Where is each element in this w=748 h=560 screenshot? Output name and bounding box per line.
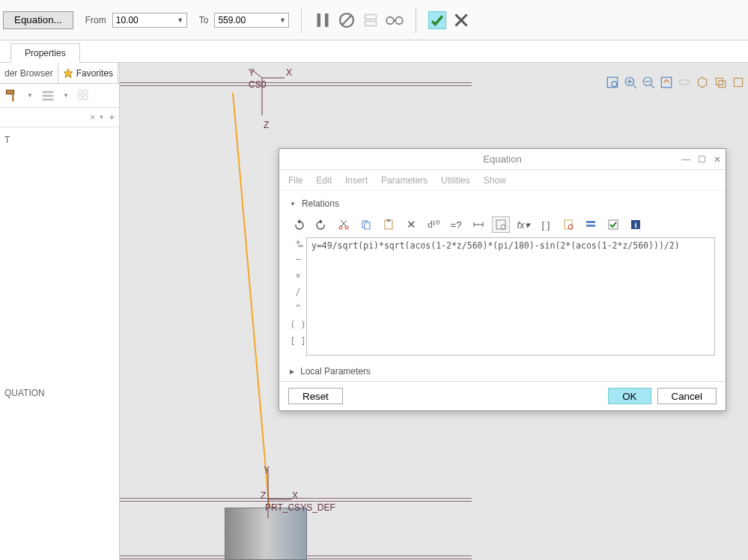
svg-rect-36 — [719, 81, 726, 88]
tab-folder-browser[interactable]: der Browser — [0, 63, 58, 83]
local-params-header[interactable]: ▶ Local Parameters — [290, 366, 715, 377]
op-pow[interactable]: ^ — [295, 303, 300, 314]
dimension-icon[interactable] — [469, 216, 487, 233]
dropdown-caret-icon[interactable]: ▼ — [63, 92, 69, 99]
menu-utilities[interactable]: Utilities — [441, 175, 470, 186]
menu-file[interactable]: File — [288, 175, 302, 186]
ribbon-tabs: Properties — [0, 40, 748, 63]
relations-header[interactable]: ▼ Relations — [290, 198, 715, 209]
ok-button[interactable]: OK — [608, 388, 651, 404]
list-icon[interactable] — [40, 88, 55, 103]
maximize-icon[interactable]: ☐ — [698, 154, 706, 165]
op-paren[interactable]: ( ) — [290, 320, 306, 330]
shade-box-icon[interactable] — [696, 76, 709, 89]
left-panel-tree: T QUATION — [0, 127, 119, 406]
svg-marker-42 — [320, 219, 323, 224]
op-div[interactable]: / — [295, 287, 300, 297]
svg-point-6 — [387, 17, 395, 25]
tab-properties[interactable]: Properties — [10, 43, 80, 63]
to-combo[interactable]: ▼ — [214, 13, 289, 28]
chevron-down-icon[interactable]: ▼ — [174, 16, 186, 24]
undo-icon[interactable] — [290, 216, 308, 233]
syntax-check-icon[interactable] — [492, 216, 510, 233]
op-mul[interactable]: × — [295, 270, 300, 281]
csys-bottom: Y Z X PRT_CSYS_DEF — [262, 477, 307, 524]
refit-icon[interactable] — [660, 76, 673, 89]
svg-rect-18 — [84, 90, 88, 94]
equation-button[interactable]: Equation... — [3, 11, 73, 29]
verify-icon[interactable] — [604, 216, 622, 233]
view-toolbar — [606, 75, 745, 90]
search-dropdown-icon[interactable]: ▼ — [98, 114, 104, 121]
pause-icon[interactable] — [314, 11, 332, 29]
viewport-3d[interactable]: Y X CS0 Z Y Z X PRT_CSYS_DEF Equation — [120, 63, 748, 560]
close-icon[interactable]: ✕ — [714, 154, 721, 165]
measure-icon[interactable] — [362, 11, 380, 29]
delete-icon[interactable]: ✕ — [402, 216, 420, 233]
svg-point-7 — [396, 17, 404, 25]
menu-edit[interactable]: Edit — [316, 175, 332, 186]
csys-top: Y X CS0 Z — [262, 78, 292, 140]
dialog-titlebar[interactable]: Equation — ☐ ✕ — [279, 149, 726, 170]
svg-rect-13 — [12, 94, 14, 101]
zoom-in-icon[interactable] — [624, 76, 637, 89]
menu-insert[interactable]: Insert — [345, 175, 368, 186]
left-panel-search: × ▼ + — [0, 108, 119, 127]
cut-icon[interactable] — [335, 216, 353, 233]
info-icon[interactable]: i — [627, 216, 645, 233]
svg-point-44 — [345, 226, 348, 229]
svg-rect-19 — [78, 96, 82, 100]
svg-rect-58 — [586, 221, 595, 223]
function-icon[interactable]: fx▾ — [514, 216, 532, 233]
svg-line-27 — [633, 85, 636, 88]
cancel-button[interactable]: Cancel — [657, 388, 717, 404]
hammer-icon[interactable] — [4, 88, 19, 103]
glasses-icon[interactable] — [386, 11, 404, 29]
op-minus[interactable]: − — [295, 254, 300, 264]
minimize-icon[interactable]: — — [681, 154, 690, 165]
view-cube-icon[interactable] — [732, 76, 745, 89]
spin-icon[interactable] — [678, 76, 691, 89]
svg-rect-33 — [661, 77, 672, 88]
left-panel-toolbar: ▼ ▼ — [0, 84, 119, 108]
expand-triangle-icon[interactable]: ▶ — [290, 368, 294, 375]
from-input[interactable] — [113, 15, 174, 25]
tab-favorites[interactable]: Favorites — [58, 63, 118, 83]
copy-icon[interactable] — [357, 216, 375, 233]
op-brack[interactable]: [ ] — [290, 336, 306, 347]
accept-check-icon[interactable] — [428, 11, 446, 29]
svg-rect-37 — [734, 78, 742, 86]
zoom-out-icon[interactable] — [642, 76, 655, 89]
svg-marker-41 — [297, 219, 300, 224]
collapse-triangle-icon[interactable]: ▼ — [290, 201, 296, 207]
svg-rect-4 — [365, 14, 377, 19]
cancel-circle-icon[interactable] — [338, 11, 356, 29]
to-input[interactable] — [215, 15, 276, 25]
copy-view-icon[interactable] — [714, 76, 727, 89]
redo-icon[interactable] — [312, 216, 330, 233]
zoom-box-icon[interactable] — [606, 76, 619, 89]
from-combo[interactable]: ▼ — [112, 13, 187, 28]
paste-icon[interactable] — [380, 216, 398, 233]
equation-textarea[interactable]: = y=49/sqrt(pi)*sqrt(acos(1-2*z/560)*(pi… — [306, 237, 715, 356]
menu-show[interactable]: Show — [484, 175, 506, 186]
relations-toolbar: ✕ d¹⁰ =? fx▾ [ ] i — [290, 216, 715, 233]
tree-item-equation[interactable]: QUATION — [4, 386, 115, 400]
analysis-icon[interactable] — [559, 216, 577, 233]
top-ribbon: Equation... From ▼ To ▼ — [0, 0, 748, 40]
clear-search-icon[interactable]: × — [90, 112, 96, 123]
brackets-icon[interactable]: [ ] — [537, 216, 555, 233]
dropdown-caret-icon[interactable]: ▼ — [27, 92, 33, 99]
sort-icon[interactable] — [582, 216, 600, 233]
grid-icon[interactable] — [76, 88, 91, 103]
units-icon[interactable]: d¹⁰ — [425, 216, 443, 233]
add-icon[interactable]: + — [109, 112, 115, 123]
close-x-icon[interactable] — [452, 11, 470, 29]
tree-item[interactable]: T — [4, 133, 115, 147]
menu-parameters[interactable]: Parameters — [381, 175, 428, 186]
reset-button[interactable]: Reset — [288, 388, 343, 404]
from-label: From — [85, 15, 106, 25]
evaluate-icon[interactable]: =? — [447, 216, 465, 233]
chevron-down-icon[interactable]: ▼ — [276, 16, 288, 24]
svg-line-3 — [342, 16, 351, 25]
